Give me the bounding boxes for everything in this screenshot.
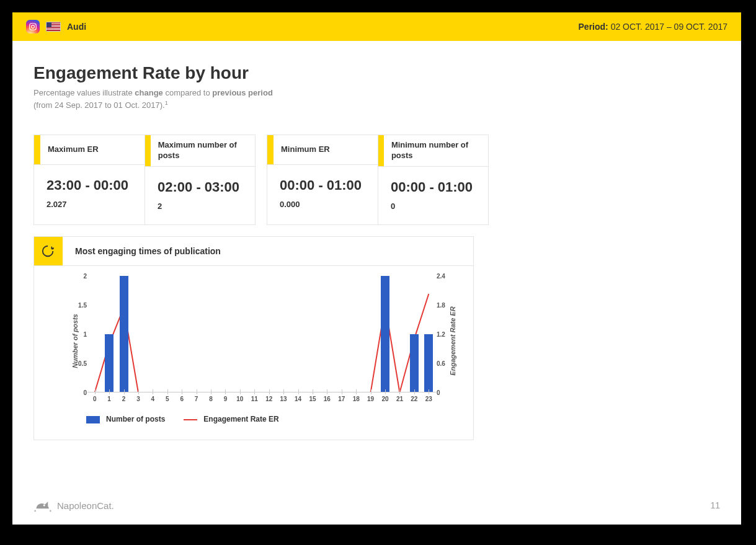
chart-legend: Number of posts Engagement Rate ER — [48, 407, 460, 433]
x-tick-label: 22 — [411, 396, 417, 402]
y-axis-left-title: Number of posts — [71, 314, 79, 368]
page-number: 11 — [710, 500, 720, 510]
plot-area — [87, 276, 436, 392]
card-small: 0.000 — [280, 200, 367, 209]
period-label: Period: 02 OCT. 2017 – 09 OCT. 2017 — [579, 22, 727, 32]
legend-label-posts: Number of posts — [106, 415, 165, 423]
x-axis: 01234567891011121314151617181920212223 — [87, 392, 436, 392]
period-prefix: Period: — [579, 22, 608, 32]
card-small: 0 — [391, 202, 477, 211]
brand-name: Audi — [67, 22, 86, 32]
subtitle-text: Percentage values illustrate — [33, 88, 135, 97]
x-tick-label: 20 — [381, 396, 388, 402]
x-tick-label: 0 — [93, 396, 97, 402]
svg-point-1 — [32, 25, 35, 29]
x-tick-label: 16 — [324, 396, 331, 402]
x-tick-label: 6 — [180, 396, 184, 402]
card-big: 02:00 - 03:00 — [158, 179, 244, 195]
report-page: Audi Period: 02 OCT. 2017 – 09 OCT. 2017… — [12, 12, 741, 525]
card-label: Maximum ER — [40, 135, 106, 164]
bar — [105, 334, 113, 392]
card-max-er: Maximum ER 23:00 - 00:00 2.027 — [34, 135, 145, 224]
content: Engagement Rate by hour Percentage value… — [12, 41, 741, 440]
chart-panel: Most engaging times of publication Numbe… — [33, 236, 474, 440]
card-min-er: Minimum ER 00:00 - 01:00 0.000 — [267, 135, 378, 224]
y-left-tick-label: 0.5 — [78, 360, 87, 367]
x-tick-label: 11 — [251, 396, 258, 402]
y-right-tick-label: 1.2 — [437, 331, 445, 338]
bar — [424, 334, 433, 392]
bar — [381, 276, 389, 392]
x-tick-label: 2 — [122, 396, 126, 402]
bar — [410, 334, 419, 392]
legend-item-er: Engagement Rate ER — [184, 415, 278, 423]
svg-point-3 — [43, 505, 45, 507]
subtitle-text-2: compared to — [163, 88, 213, 97]
subtitle-line2: (from 24 Sep. 2017 to 01 Oct. 2017). — [33, 100, 165, 110]
chart-head: Most engaging times of publication — [34, 237, 473, 266]
stat-cards-row: Maximum ER 23:00 - 00:00 2.027 Maximum n… — [33, 135, 720, 225]
x-tick-label: 23 — [425, 396, 432, 402]
stat-pair-min: Minimum ER 00:00 - 01:00 0.000 Minimum n… — [267, 135, 489, 225]
x-tick-label: 8 — [209, 396, 213, 402]
footer: NapoleonCat. 11 — [12, 498, 741, 525]
period-value: 02 OCT. 2017 – 09 OCT. 2017 — [611, 22, 727, 32]
legend-item-posts: Number of posts — [86, 415, 165, 423]
chart-title: Most engaging times of publication — [63, 246, 221, 256]
topbar: Audi Period: 02 OCT. 2017 – 09 OCT. 2017 — [12, 12, 741, 41]
card-label: Minimum ER — [273, 135, 337, 164]
x-tick-label: 10 — [236, 396, 243, 402]
x-tick-label: 14 — [295, 396, 301, 402]
x-tick-label: 17 — [338, 396, 345, 402]
x-tick-label: 15 — [309, 396, 316, 402]
footer-brand: NapoleonCat. — [57, 500, 114, 511]
card-small: 2 — [158, 202, 244, 211]
card-max-posts: Maximum number of posts 02:00 - 03:00 2 — [145, 135, 255, 224]
instagram-icon — [26, 20, 40, 33]
svg-rect-0 — [30, 24, 37, 30]
topbar-left: Audi — [26, 20, 86, 33]
legend-swatch-bar — [86, 416, 100, 423]
subtitle-bold-2: previous period — [212, 88, 273, 97]
x-tick-label: 9 — [224, 396, 228, 402]
y-right-tick-label: 2.4 — [437, 273, 445, 280]
subtitle-footnote-ref: 1 — [165, 100, 168, 106]
chart-plot-area: Number of posts Engagement Rate ER 00.51… — [48, 275, 461, 407]
svg-point-2 — [35, 24, 35, 25]
x-tick-label: 12 — [265, 396, 272, 402]
card-big: 00:00 - 01:00 — [391, 179, 477, 195]
napoleoncat-logo: NapoleonCat. — [33, 498, 114, 512]
chart-body: Number of posts Engagement Rate ER 00.51… — [34, 266, 473, 440]
x-tick-label: 21 — [396, 396, 403, 402]
page-title: Engagement Rate by hour — [33, 63, 720, 83]
card-big: 00:00 - 01:00 — [280, 177, 367, 193]
y-axis-right-title: Engagement Rate ER — [448, 306, 456, 375]
x-tick-label: 13 — [280, 396, 287, 402]
x-tick-label: 5 — [166, 396, 169, 402]
x-tick-label: 1 — [107, 396, 111, 402]
x-tick-label: 4 — [151, 396, 155, 402]
x-tick-label: 3 — [136, 396, 140, 402]
x-tick-label: 19 — [367, 396, 374, 402]
card-min-posts: Minimum number of posts 00:00 - 01:00 0 — [378, 135, 488, 224]
card-label: Minimum number of posts — [384, 135, 488, 166]
y-right-tick-label: 1.8 — [437, 302, 445, 309]
stat-pair-max: Maximum ER 23:00 - 00:00 2.027 Maximum n… — [33, 135, 256, 225]
flag-icon-us — [46, 22, 61, 32]
y-left-tick-label: 2 — [83, 273, 87, 280]
legend-label-er: Engagement Rate ER — [203, 415, 278, 423]
y-right-tick-label: 0.6 — [437, 360, 445, 367]
y-right-tick-label: 0 — [437, 389, 440, 396]
bar — [120, 276, 128, 392]
card-small: 2.027 — [47, 200, 133, 209]
y-left-tick-label: 0 — [83, 389, 87, 396]
card-label: Maximum number of posts — [151, 135, 255, 166]
y-left-tick-label: 1.5 — [78, 302, 87, 309]
flame-clock-icon — [34, 237, 63, 265]
subtitle-bold-1: change — [135, 88, 163, 97]
x-tick-label: 7 — [195, 396, 198, 402]
page-subtitle: Percentage values illustrate change comp… — [33, 87, 720, 111]
card-big: 23:00 - 00:00 — [47, 177, 133, 193]
x-tick-label: 18 — [353, 396, 360, 402]
y-left-tick-label: 1 — [83, 331, 87, 338]
